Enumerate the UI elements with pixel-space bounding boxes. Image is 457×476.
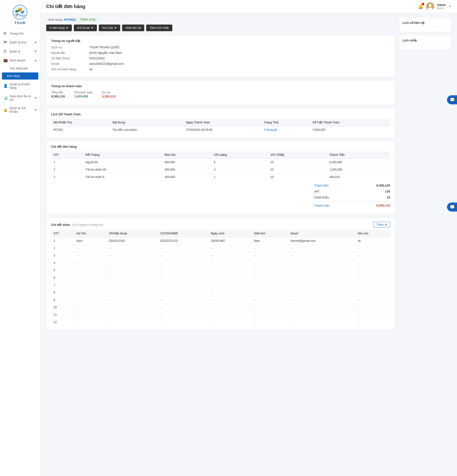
totals-section: Thành tiền 8,300,120 VAT 120 Chiết khấu … — [51, 181, 390, 210]
cell-noi-dung: Thu tiền của khách — [110, 126, 184, 134]
chevron-down-icon: ▼ — [34, 41, 37, 44]
chi-tiet-doan-section: Chi tiết đoàn (1/12 người có thông tin) … — [46, 218, 395, 330]
nav-item-kinh-doanh[interactable]: 💼 Kinh doanh ▲ — [0, 56, 40, 65]
note-lien-he-button[interactable]: Note liên hệ — [122, 25, 144, 31]
lich-su-thanh-toan-section: Lịch Sử Thanh Toán Mã Phiếu Thu Nội Dung… — [46, 108, 395, 137]
cell-stt-doan: 8 — [51, 289, 74, 296]
total-value-thanh-tien: 8,300,120 — [376, 184, 390, 187]
gui-email-button[interactable]: Gửi Email ▼ — [74, 25, 97, 31]
cell-ho-ten: -- — [74, 245, 106, 252]
tong-tien-label: Tổng tiền — [51, 91, 65, 94]
cell-ghi-chu-doan: -- — [355, 274, 390, 282]
cell-stt-doan: 1 — [51, 237, 74, 245]
value-nguoi-dat: [Anh] Nguyễn Văn Nam — [89, 51, 122, 55]
tong-tien-item: Tổng tiền 8,300,110 — [51, 91, 65, 98]
notification-badge — [422, 3, 424, 5]
lich-su-lien-he-title: Lịch sử liên hệ — [402, 21, 448, 27]
notification-icon[interactable]: 🔔 — [418, 4, 423, 9]
cell-gioi-tinh: -- — [252, 311, 288, 319]
nav-item-quan-ly-tai-khoan[interactable]: 🔒 Quản lý Tài khoản ▼ — [0, 104, 40, 116]
info-row-nguoi-dat: Người đặt [Anh] Nguyễn Văn Nam — [51, 51, 390, 55]
da-thanh-toan-label: Đã thanh toán — [75, 91, 92, 94]
cell-gioi-tinh: -- — [252, 245, 288, 252]
cell-vat: 10 — [268, 173, 327, 181]
list-item: 9 -- -- -- -- -- -- -- — [51, 296, 390, 304]
cell-sdt-doan: -- — [107, 289, 158, 296]
da-thanh-toan-value: 3,000,000 — [75, 94, 92, 98]
cell-gioi-tinh: -- — [252, 289, 288, 296]
cell-ho-ten: -- — [74, 319, 106, 326]
col-stt-doan: STT — [51, 230, 74, 237]
svg-point-0 — [13, 5, 27, 19]
lich-su-table: Mã Phiếu Thu Nội Dung Ngày Thanh Toán Tr… — [51, 119, 390, 133]
cell-ho-ten: -- — [74, 296, 106, 304]
cell-sdt-doan: -- — [107, 259, 158, 267]
cell-cccd: -- — [158, 274, 208, 282]
chevron-up-icon: ▲ — [34, 59, 37, 62]
business-icon: 💼 — [3, 58, 8, 62]
nav-item-giao-dich[interactable]: 📊 Giao dịch thu & chi ▼ — [0, 92, 40, 104]
cell-doi-tuong: Trẻ em dưới 2t — [83, 173, 162, 181]
cell-don-gia: 800,000 — [162, 159, 212, 166]
lich-su-lien-he-section: Lịch sử liên hệ — [399, 17, 451, 32]
nav-item-quan-ly[interactable]: ☰ Quản lý ▼ — [0, 47, 40, 56]
cell-gioi-tinh: -- — [252, 274, 288, 282]
float-chat-button-2[interactable]: 💬 — [447, 203, 457, 212]
plus-icon: ⊕ — [385, 223, 387, 226]
cell-ngay-sinh: -- — [208, 296, 252, 304]
nav-item-quan-ly-tour[interactable]: 🗺 Quản lý tour ▼ — [0, 38, 40, 47]
cell-gioi-tinh: -- — [252, 252, 288, 259]
breadcrumb-chevron: ‹ — [46, 18, 47, 21]
sidebar: TOUR ⊞ Trang chủ 🗺 Quản lý tour ▼ ☰ Quản… — [0, 0, 41, 476]
du-no-item: Dư nợ 5,300,110 — [102, 91, 116, 98]
cell-stt-doan: 10 — [51, 304, 74, 311]
cell-ngay-sinh: -- — [208, 252, 252, 259]
col-ngay-sinh: Ngày sinh — [208, 230, 252, 237]
gui-zalo-button[interactable]: Gửi Zalo ▼ — [99, 25, 120, 31]
header-right: 🔔 Admin Admin ▼ — [418, 2, 451, 10]
label-nguoi-dat: Người đặt — [51, 51, 89, 55]
cell-ghi-chu-doan: -- — [355, 267, 390, 274]
col-ghi-chu-doan: Ghi chú — [355, 230, 390, 237]
cell-ghi-chu-doan: -- — [355, 311, 390, 319]
cell-ho-ten: -- — [74, 259, 106, 267]
nav-item-trang-chu[interactable]: ⊞ Trang chủ — [0, 29, 40, 38]
cell-ngay-sinh: -- — [208, 311, 252, 319]
list-item: 11 -- -- -- -- -- -- -- — [51, 311, 390, 319]
account-icon: 🔒 — [3, 108, 8, 112]
tong-tien-value: 8,300,110 — [51, 94, 65, 98]
cell-ho-ten: -- — [74, 282, 106, 289]
them-button[interactable]: Thêm ⊕ — [373, 222, 390, 228]
sidebar-item-don-hang[interactable]: Đơn hàng — [2, 72, 38, 80]
breadcrumb-parent[interactable]: Đơn hàng — [49, 18, 62, 21]
dropdown-icon: ▼ — [114, 26, 117, 30]
cell-ngay-sinh: -- — [208, 282, 252, 289]
du-no-value: 5,300,110 — [102, 94, 116, 98]
breadcrumb: ‹ Đơn hàng #PT6921 Thành công — [46, 17, 395, 22]
cell-ma-phieu: RCVB1 — [51, 126, 110, 134]
section-title-nguoi-dat: Thông tin người đặt — [51, 39, 390, 43]
sidebar-item-tour-dang-ban[interactable]: Tour đang bán — [0, 65, 40, 72]
nav-item-quan-ly-khach-hang[interactable]: 👤 Quản lý Khách hàng — [0, 80, 40, 92]
label-dich-vu: Dịch vụ — [51, 45, 89, 49]
value-dich-vu: TOUR TRUNG QUỐC — [89, 45, 120, 49]
dropdown-icon: ▼ — [91, 26, 93, 30]
cell-sdt-doan: 0334312343 — [107, 237, 158, 245]
home-icon: ⊞ — [3, 31, 8, 35]
cell-cccd: -- — [158, 311, 208, 319]
cell-gioi-tinh: -- — [252, 304, 288, 311]
float-chat-button-1[interactable]: 💬 — [447, 95, 457, 104]
action-buttons: In đơn hàng ▼ Gửi Email ▼ Gửi Zalo ▼ Not… — [46, 25, 395, 31]
them-lich-nhac-button[interactable]: Thêm lịch nhắc — [146, 25, 172, 31]
section-title-thanh-toan: Thông tin thanh toán — [51, 84, 390, 88]
cell-email-doan: -- — [288, 267, 355, 274]
info-row-ghi-chu: Ghi chú đơn hàng ok — [51, 68, 390, 71]
col-cccd: CCCD/CMND — [158, 230, 208, 237]
in-don-hang-button[interactable]: In đơn hàng ▼ — [46, 25, 72, 31]
payment-grid: Tổng tiền 8,300,110 Đã thanh toán 3,000,… — [51, 91, 390, 98]
admin-dropdown-icon[interactable]: ▼ — [449, 5, 451, 8]
cell-stt-doan: 12 — [51, 319, 74, 326]
list-item: 3 -- -- -- -- -- -- -- — [51, 252, 390, 259]
chat-icon-2: 💬 — [449, 204, 455, 210]
cell-gioi-tinh: Nam — [252, 237, 288, 245]
